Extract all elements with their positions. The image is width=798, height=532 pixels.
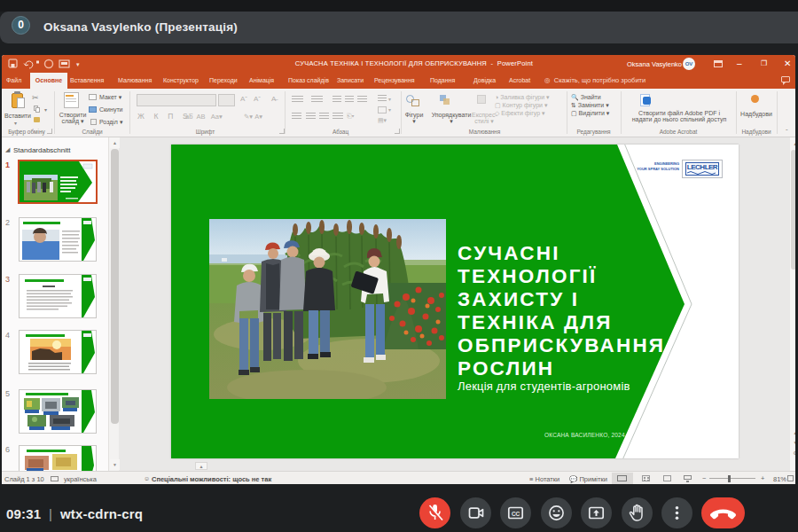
svg-text:▾: ▾ xyxy=(76,61,80,67)
svg-text:CC: CC xyxy=(512,511,520,517)
